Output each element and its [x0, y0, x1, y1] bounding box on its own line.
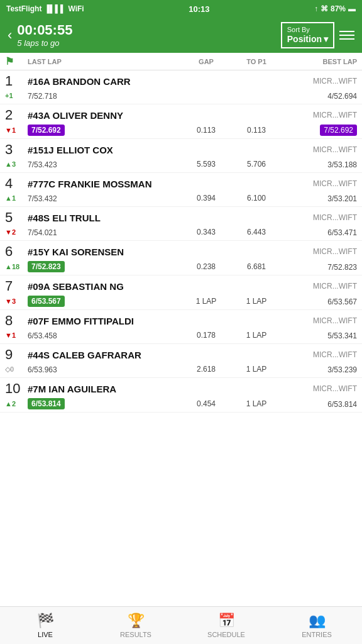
race-row[interactable]: 1 #16A BRANDON CARR MICR...WIFT +1 7/52.…: [0, 70, 362, 104]
last-lap-cell: 7/52.718: [28, 90, 181, 101]
lap-time-plain: 7/53.423: [28, 160, 57, 169]
header-right: Sort By Position ▾: [281, 22, 354, 48]
column-headers: ⚑ LAST LAP GAP TO P1 BEST LAP: [0, 53, 362, 70]
best-lap-label: MICR...WIFT: [282, 111, 357, 119]
gap-value: 0.113: [181, 126, 231, 135]
race-rows-container: 1 #16A BRANDON CARR MICR...WIFT +1 7/52.…: [0, 70, 362, 413]
best-lap-label: MICR...WIFT: [282, 384, 357, 393]
status-time: 10:13: [189, 4, 209, 14]
top1-header: TO P1: [231, 58, 282, 65]
change-indicator: ▲3: [5, 160, 28, 168]
position-number: 7: [5, 278, 28, 294]
race-row[interactable]: 8 #07F EMMO FITTIPALDI MICR...WIFT ▼1 6/…: [0, 310, 362, 344]
driver-name: #777C FRANKIE MOSSMAN: [28, 179, 181, 189]
to-p1-value: 1 LAP: [231, 297, 282, 306]
schedule-label: SCHEDULE: [207, 631, 245, 638]
race-row[interactable]: 3 #151J ELLIOT COX MICR...WIFT ▲3 7/53.4…: [0, 139, 362, 173]
race-row[interactable]: 7 #09A SEBASTIAN NG MICR...WIFT ▼3 6/53.…: [0, 275, 362, 310]
position-number: 6: [5, 243, 28, 260]
to-p1-value: 6.681: [231, 262, 282, 271]
battery-level: 87%: [331, 4, 346, 13]
race-row[interactable]: 2 #43A OLIVER DENNY MICR...WIFT ▼1 7/52.…: [0, 104, 362, 139]
timer-value: 00:05:55: [17, 23, 72, 38]
bottom-nav: 🏁 LIVE 🏆 RESULTS 📅 SCHEDULE 👥 ENTRIES: [0, 606, 362, 644]
last-lap-cell: 6/53.814: [28, 397, 181, 409]
driver-name: #09A SEBASTIAN NG: [28, 281, 181, 292]
best-lap-cell: 6/53.814: [282, 398, 357, 409]
last-lap-cell: 7/53.432: [28, 192, 181, 204]
position-number: 1: [5, 73, 28, 89]
results-icon: 🏆: [128, 613, 145, 629]
sort-by-label: Sort By: [287, 26, 310, 34]
last-lap-cell: 6/53.458: [28, 330, 181, 341]
race-row[interactable]: 4 #777C FRANKIE MOSSMAN MICR...WIFT ▲1 7…: [0, 173, 362, 207]
hamburger-line-1: [339, 31, 354, 32]
driver-name: #48S ELI TRULL: [28, 213, 181, 223]
driver-name: #7M IAN AGUILERA: [28, 384, 181, 394]
location-icon: ↑: [314, 4, 318, 13]
best-lap-cell: 7/52.692: [282, 124, 357, 136]
race-row[interactable]: 5 #48S ELI TRULL MICR...WIFT ▼2 7/54.021…: [0, 207, 362, 241]
last-lap-cell: 6/53.963: [28, 364, 181, 375]
status-right: ↑ ⌘ 87% ▬: [314, 4, 356, 13]
nav-live[interactable]: 🏁 LIVE: [0, 607, 90, 644]
lap-time-plain: 6/53.458: [28, 331, 57, 340]
driver-name: #151J ELLIOT COX: [28, 145, 181, 155]
lap-time-pill: 6/53.814: [28, 398, 65, 409]
gap-value: 0.454: [181, 399, 231, 408]
position-number: 9: [5, 347, 28, 363]
last-lap-cell: 7/52.823: [28, 260, 181, 272]
driver-name: #16A BRANDON CARR: [28, 76, 181, 87]
bluetooth-icon: ⌘: [321, 4, 328, 13]
gap-header: GAP: [181, 58, 231, 65]
to-p1-value: 6.443: [231, 228, 282, 236]
nav-results[interactable]: 🏆 RESULTS: [90, 607, 181, 644]
live-icon: 🏁: [37, 613, 54, 629]
best-lap-label: MICR...WIFT: [282, 145, 357, 154]
position-number: 4: [5, 175, 28, 192]
hamburger-line-3: [339, 38, 354, 40]
wifi-icon: WiFi: [68, 4, 84, 13]
last-lap-cell: 7/54.021: [28, 226, 181, 238]
hamburger-line-2: [339, 35, 354, 36]
header: ‹ 00:05:55 5 laps to go Sort By Position…: [0, 18, 362, 53]
gap-value: 0.394: [181, 194, 231, 203]
best-lap-cell: 3/53.239: [282, 364, 357, 375]
best-lap-val: 4/52.694: [327, 92, 357, 101]
back-button[interactable]: ‹: [8, 27, 12, 43]
lap-time-plain: 7/52.718: [28, 92, 57, 101]
battery-icon: ▬: [348, 4, 356, 13]
lap-time-plain: 7/54.021: [28, 228, 57, 237]
nav-schedule[interactable]: 📅 SCHEDULE: [181, 607, 272, 644]
best-lap-label: MICR...WIFT: [282, 316, 357, 325]
gap-value: 0.238: [181, 262, 231, 271]
position-number: 5: [5, 209, 28, 226]
menu-button[interactable]: [339, 31, 354, 40]
best-lap-val: 7/52.823: [327, 263, 357, 272]
driver-name: #44S CALEB GAFRARAR: [28, 350, 181, 360]
position-number: 3: [5, 142, 28, 158]
race-row[interactable]: 10 #7M IAN AGUILERA MICR...WIFT ▲2 6/53.…: [0, 378, 362, 413]
status-bar: TestFlight ▐▌▌▌ WiFi 10:13 ↑ ⌘ 87% ▬: [0, 0, 362, 18]
best-lap-val: 3/53.188: [327, 160, 357, 169]
race-row[interactable]: 9 #44S CALEB GAFRARAR MICR...WIFT ◇0 6/5…: [0, 344, 362, 378]
flag-col-header: ⚑: [5, 55, 28, 67]
driver-name: #43A OLIVER DENNY: [28, 110, 181, 121]
to-p1-value: 1 LAP: [231, 399, 282, 408]
best-lap-cell: 7/52.823: [282, 261, 357, 272]
best-lap-val: 6/53.814: [327, 400, 357, 409]
best-lap-val: 3/53.201: [327, 194, 357, 203]
race-row[interactable]: 6 #15Y KAI SORENSEN MICR...WIFT ▲18 7/52…: [0, 241, 362, 275]
lap-time-pill: 6/53.567: [28, 296, 65, 307]
to-p1-value: 1 LAP: [231, 365, 282, 374]
best-lap-label: MICR...WIFT: [282, 179, 357, 188]
gap-value: 0.178: [181, 331, 231, 340]
best-lap-label: MICR...WIFT: [282, 213, 357, 222]
best-lap-val: 6/53.567: [327, 297, 357, 306]
nav-entries[interactable]: 👥 ENTRIES: [272, 607, 362, 644]
gap-value: 5.593: [181, 160, 231, 169]
sort-button[interactable]: Sort By Position ▾: [281, 22, 334, 48]
driver-name: #07F EMMO FITTIPALDI: [28, 316, 181, 326]
last-lap-header: LAST LAP: [28, 58, 181, 65]
lap-time-pill: 7/52.823: [28, 261, 65, 272]
